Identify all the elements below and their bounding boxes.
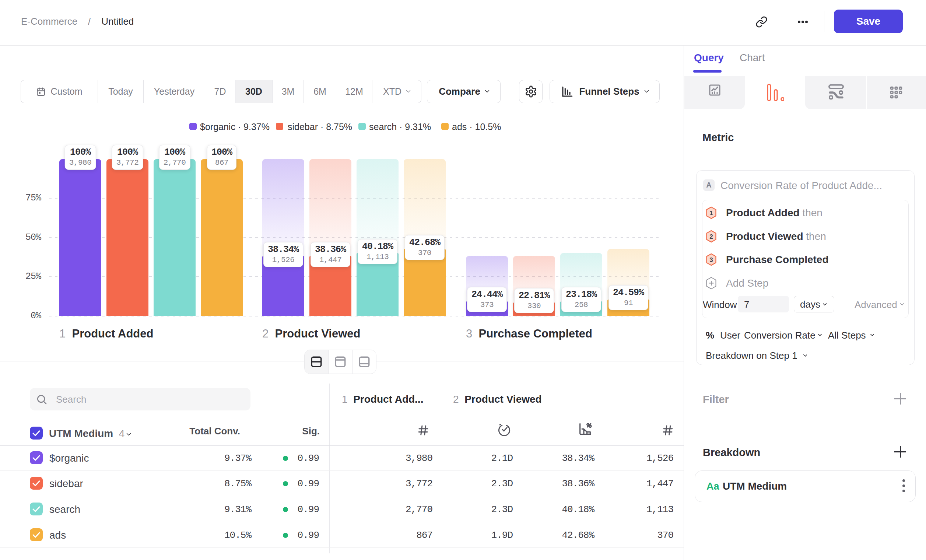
svg-text:3: 3 xyxy=(710,256,713,263)
svg-text:1: 1 xyxy=(710,210,713,216)
svg-text:2: 2 xyxy=(710,233,713,240)
